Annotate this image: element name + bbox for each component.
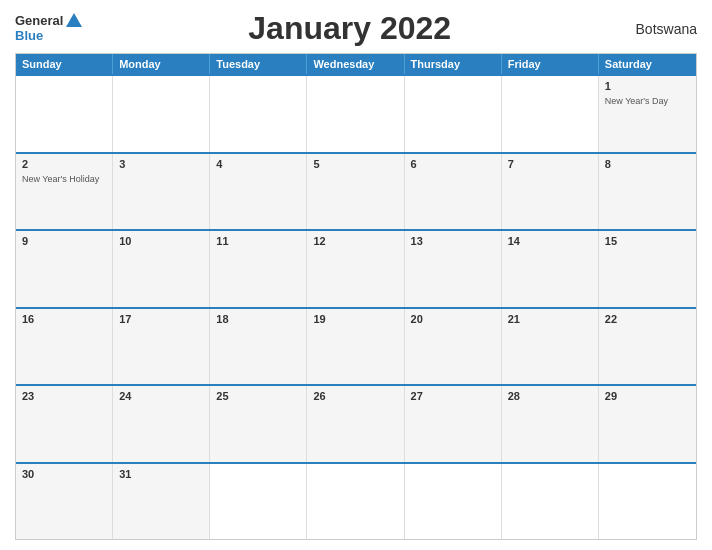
cell-day-number: 5 <box>313 158 397 170</box>
calendar-cell: 28 <box>502 386 599 462</box>
cell-holiday-label: New Year's Day <box>605 96 668 106</box>
cell-day-number: 9 <box>22 235 106 247</box>
calendar-cell <box>405 76 502 152</box>
calendar-cell: 8 <box>599 154 696 230</box>
calendar-cell: 24 <box>113 386 210 462</box>
day-header: Monday <box>113 54 210 74</box>
calendar-cell: 27 <box>405 386 502 462</box>
calendar-cell: 3 <box>113 154 210 230</box>
calendar-cell: 18 <box>210 309 307 385</box>
cell-day-number: 30 <box>22 468 106 480</box>
cell-day-number: 2 <box>22 158 106 170</box>
calendar-grid: SundayMondayTuesdayWednesdayThursdayFrid… <box>15 53 697 540</box>
cell-day-number: 1 <box>605 80 690 92</box>
cell-day-number: 25 <box>216 390 300 402</box>
logo-blue-text: Blue <box>15 29 82 43</box>
calendar-cell: 11 <box>210 231 307 307</box>
day-header: Thursday <box>405 54 502 74</box>
cell-day-number: 8 <box>605 158 690 170</box>
cell-day-number: 31 <box>119 468 203 480</box>
cell-day-number: 16 <box>22 313 106 325</box>
calendar-cell <box>307 464 404 540</box>
calendar-cell <box>405 464 502 540</box>
calendar-page: General Blue January 2022 Botswana Sunda… <box>0 0 712 550</box>
header: General Blue January 2022 Botswana <box>15 10 697 47</box>
cell-day-number: 20 <box>411 313 495 325</box>
calendar-cell <box>210 76 307 152</box>
calendar-cell: 12 <box>307 231 404 307</box>
calendar-cell <box>307 76 404 152</box>
cell-day-number: 19 <box>313 313 397 325</box>
calendar-cell: 26 <box>307 386 404 462</box>
weeks-container: 1New Year's Day2New Year's Holiday345678… <box>16 74 696 539</box>
cell-day-number: 12 <box>313 235 397 247</box>
week-row: 9101112131415 <box>16 229 696 307</box>
logo-general-text: General <box>15 14 63 28</box>
calendar-cell <box>113 76 210 152</box>
calendar-cell: 7 <box>502 154 599 230</box>
calendar-cell: 20 <box>405 309 502 385</box>
calendar-cell: 22 <box>599 309 696 385</box>
calendar-cell: 31 <box>113 464 210 540</box>
cell-day-number: 22 <box>605 313 690 325</box>
cell-day-number: 21 <box>508 313 592 325</box>
cell-day-number: 23 <box>22 390 106 402</box>
calendar-cell: 29 <box>599 386 696 462</box>
calendar-cell: 5 <box>307 154 404 230</box>
calendar-cell: 14 <box>502 231 599 307</box>
country-label: Botswana <box>617 21 697 37</box>
cell-day-number: 15 <box>605 235 690 247</box>
calendar-cell: 21 <box>502 309 599 385</box>
week-row: 3031 <box>16 462 696 540</box>
cell-day-number: 24 <box>119 390 203 402</box>
calendar-cell: 30 <box>16 464 113 540</box>
week-row: 2New Year's Holiday345678 <box>16 152 696 230</box>
calendar-cell: 23 <box>16 386 113 462</box>
cell-day-number: 27 <box>411 390 495 402</box>
calendar-cell: 16 <box>16 309 113 385</box>
calendar-cell <box>16 76 113 152</box>
week-row: 16171819202122 <box>16 307 696 385</box>
calendar-cell: 17 <box>113 309 210 385</box>
calendar-cell: 19 <box>307 309 404 385</box>
cell-day-number: 6 <box>411 158 495 170</box>
week-row: 23242526272829 <box>16 384 696 462</box>
day-header: Friday <box>502 54 599 74</box>
day-header: Sunday <box>16 54 113 74</box>
cell-day-number: 17 <box>119 313 203 325</box>
calendar-cell: 4 <box>210 154 307 230</box>
calendar-cell: 2New Year's Holiday <box>16 154 113 230</box>
cell-day-number: 13 <box>411 235 495 247</box>
cell-day-number: 28 <box>508 390 592 402</box>
day-headers-row: SundayMondayTuesdayWednesdayThursdayFrid… <box>16 54 696 74</box>
calendar-cell: 15 <box>599 231 696 307</box>
cell-day-number: 4 <box>216 158 300 170</box>
calendar-cell <box>210 464 307 540</box>
cell-day-number: 26 <box>313 390 397 402</box>
calendar-cell: 10 <box>113 231 210 307</box>
day-header: Wednesday <box>307 54 404 74</box>
week-row: 1New Year's Day <box>16 74 696 152</box>
cell-day-number: 11 <box>216 235 300 247</box>
cell-holiday-label: New Year's Holiday <box>22 174 99 184</box>
logo-triangle-icon <box>66 13 82 27</box>
calendar-cell: 9 <box>16 231 113 307</box>
calendar-cell: 25 <box>210 386 307 462</box>
calendar-title: January 2022 <box>82 10 617 47</box>
calendar-cell <box>502 464 599 540</box>
calendar-cell <box>502 76 599 152</box>
cell-day-number: 14 <box>508 235 592 247</box>
logo: General Blue <box>15 13 82 43</box>
cell-day-number: 3 <box>119 158 203 170</box>
cell-day-number: 18 <box>216 313 300 325</box>
day-header: Tuesday <box>210 54 307 74</box>
cell-day-number: 10 <box>119 235 203 247</box>
calendar-cell: 13 <box>405 231 502 307</box>
day-header: Saturday <box>599 54 696 74</box>
cell-day-number: 29 <box>605 390 690 402</box>
cell-day-number: 7 <box>508 158 592 170</box>
calendar-cell <box>599 464 696 540</box>
calendar-cell: 6 <box>405 154 502 230</box>
calendar-cell: 1New Year's Day <box>599 76 696 152</box>
